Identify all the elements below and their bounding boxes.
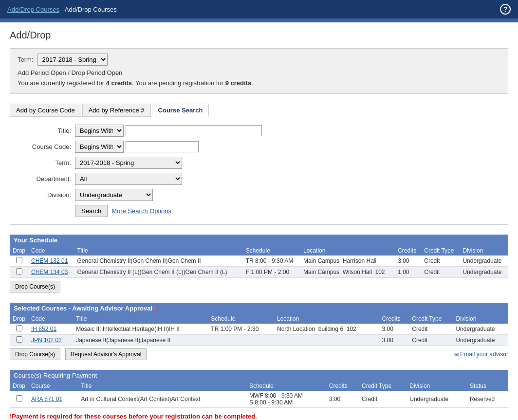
page-title: Add/Drop — [10, 30, 508, 41]
title-cell: Japanese II(Japanese II)Japanese II — [73, 334, 208, 346]
title-cell: General Chemistry II(Gen Chem II)Gen Che… — [74, 256, 243, 267]
awaiting-approval-actions: Drop Course(s) Request Advisor's Approva… — [10, 346, 508, 363]
code-cell: JPN 102 02 — [28, 334, 73, 346]
search-panel: Title: Begins With Contains Equals Cours… — [10, 117, 508, 225]
more-search-options-link[interactable]: More Search Options — [111, 207, 171, 215]
drop-checkbox-cell — [10, 256, 28, 267]
schedule-cell: TR 1:00 PM - 2:30 — [208, 324, 274, 335]
col-schedule-aa: Schedule — [208, 314, 274, 324]
location-cell: Main Campus Harrison Hall — [300, 256, 395, 267]
search-button[interactable]: Search — [75, 205, 108, 217]
awaiting-approval-section: Selected Courses - Awaiting Advisor Appr… — [10, 303, 508, 363]
drop-checkbox-aa-1[interactable] — [16, 325, 22, 331]
col-drop-aa: Drop — [10, 314, 28, 324]
term-select[interactable]: 2017-2018 - Spring 2017-2018 - Fall 2016… — [37, 54, 108, 66]
credit-type-cell: Credit — [421, 256, 460, 267]
col-credits-pay: Credits — [326, 381, 359, 391]
col-location-aa: Location — [274, 314, 379, 324]
payment-table: Drop Course Title Schedule Credits Credi… — [10, 381, 508, 408]
department-select[interactable]: All — [75, 173, 182, 185]
credits-cell: 3.00 — [379, 324, 409, 335]
title-cell: General Chemistry II (L)(Gen Chem II (L)… — [74, 266, 243, 277]
drop-courses-button-ys[interactable]: Drop Course(s) — [10, 281, 60, 292]
course-code-link-aa-2[interactable]: JPN 102 02 — [31, 337, 62, 344]
drop-checkbox-cell — [10, 266, 28, 277]
breadcrumb-current: Add/Drop Courses — [65, 6, 117, 13]
term-box: Term: 2017-2018 - Spring 2017-2018 - Fal… — [10, 48, 508, 94]
course-code-link-pay-1[interactable]: ARA 871 01 — [31, 396, 62, 402]
location-cell: North Location building 6 102 — [274, 324, 379, 335]
table-row: CHEM 132 01 General Chemistry II(Gen Che… — [10, 256, 508, 267]
tab-course-search[interactable]: Course Search — [152, 104, 209, 117]
col-division-pay: Division — [407, 381, 467, 391]
col-drop-pay: Drop — [10, 381, 28, 391]
course-code-row: Course Code: Begins With Contains Equals — [18, 141, 500, 153]
col-credit-type-ys: Credit Type — [421, 246, 460, 256]
col-drop-ys: Drop — [10, 246, 28, 256]
search-btn-row: Search More Search Options — [18, 205, 500, 217]
col-code-ys: Code — [28, 246, 74, 256]
department-row: Department: All — [18, 173, 500, 185]
col-credits-aa: Credits — [379, 314, 409, 324]
drop-checkbox-pay-1[interactable] — [16, 395, 22, 402]
code-cell: CHEM 134 03 — [28, 266, 74, 277]
schedule-cell: F 1:00 PM - 2:00 — [243, 266, 300, 277]
term-form-label: Term: — [18, 159, 71, 166]
col-status-pay: Status — [467, 381, 508, 391]
your-schedule-title: Your Schedule — [14, 237, 57, 244]
drop-checkbox-cell — [10, 334, 28, 346]
sub-header-bar — [0, 18, 518, 22]
your-schedule-section: Your Schedule Drop Code Title Schedule L… — [10, 235, 508, 295]
location-cell — [274, 334, 379, 346]
title-label: Title: — [18, 127, 71, 134]
request-approval-button[interactable]: Request Advisor's Approval — [65, 348, 147, 360]
schedule-cell: MWF 8:00 - 9:30 AM S 8:00 - 9:30 AM — [246, 391, 326, 408]
awaiting-approval-header: Selected Courses - Awaiting Advisor Appr… — [10, 303, 508, 314]
help-icon[interactable]: ? — [500, 4, 511, 15]
tab-add-by-course-code[interactable]: Add by Course Code — [10, 104, 81, 117]
col-course-pay: Course — [28, 381, 78, 391]
division-row: Division: Undergraduate Graduate All — [18, 189, 500, 201]
breadcrumb-link[interactable]: Add/Drop Courses — [7, 6, 59, 13]
payment-section-header: Course(s) Requiring Payment — [10, 370, 508, 381]
title-cell: Mosaic II: Intellectual Heritage(IH II)I… — [73, 324, 208, 335]
code-cell: IH 852 01 — [28, 324, 73, 335]
drop-courses-button-aa[interactable]: Drop Course(s) — [10, 348, 60, 360]
col-division-ys: Division — [460, 246, 508, 256]
course-code-input[interactable] — [126, 141, 199, 152]
division-select[interactable]: Undergraduate Graduate All — [75, 189, 153, 201]
course-code-link-2[interactable]: CHEM 134 03 — [31, 269, 68, 275]
col-code-aa: Code — [28, 314, 73, 324]
term-credits-info: You are currently registered for 4 credi… — [18, 78, 500, 89]
term-label: Term: — [18, 56, 34, 63]
col-schedule-pay: Schedule — [246, 381, 326, 391]
email-advisor-link[interactable]: ✉ Email your advisor — [454, 351, 508, 358]
breadcrumb-separator: - — [61, 6, 65, 13]
drop-checkbox-cell — [10, 391, 28, 408]
division-cell: Undergraduate — [460, 256, 508, 267]
tab-add-by-reference[interactable]: Add by Reference # — [82, 104, 151, 117]
division-label: Division: — [18, 191, 71, 199]
division-cell: Undergraduate — [407, 391, 467, 408]
credits-cell: 3.00 — [379, 334, 409, 346]
drop-checkbox-2[interactable] — [16, 268, 22, 274]
col-location-ys: Location — [300, 246, 395, 256]
drop-checkbox-1[interactable] — [16, 257, 22, 263]
course-code-filter-select[interactable]: Begins With Contains Equals — [75, 141, 124, 153]
col-schedule-ys: Schedule — [243, 246, 300, 256]
your-schedule-table: Drop Code Title Schedule Location Credit… — [10, 246, 508, 278]
credit-type-cell: Credit — [409, 334, 453, 346]
title-filter-select[interactable]: Begins With Contains Equals — [75, 125, 124, 137]
title-input[interactable] — [126, 125, 262, 136]
credits-cell: 3.00 — [326, 391, 359, 408]
course-code-link-aa-1[interactable]: IH 852 01 — [31, 326, 56, 332]
col-credit-type-pay: Credit Type — [359, 381, 407, 391]
status-cell: Reserved — [467, 391, 508, 408]
table-row: IH 852 01 Mosaic II: Intellectual Herita… — [10, 324, 508, 335]
term-form-select[interactable]: 2017-2018 - Spring 2017-2018 - Fall — [75, 157, 182, 169]
drop-checkbox-aa-2[interactable] — [16, 336, 22, 343]
col-credit-type-aa: Credit Type — [409, 314, 453, 324]
code-cell: ARA 871 01 — [28, 391, 78, 408]
top-header: Add/Drop Courses - Add/Drop Courses ? — [0, 0, 518, 18]
course-code-link-1[interactable]: CHEM 132 01 — [31, 257, 68, 264]
